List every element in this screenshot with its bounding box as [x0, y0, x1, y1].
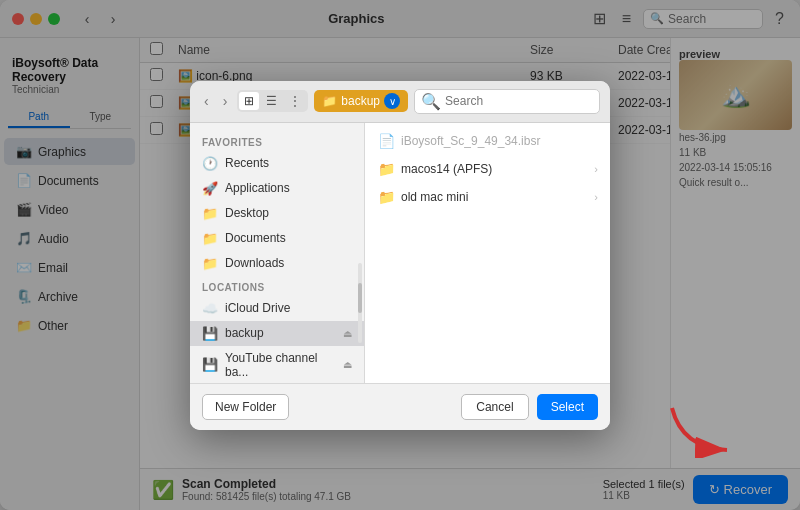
modal-column-view-button[interactable]: ⋮ [284, 92, 306, 110]
ibsr-file-label: iBoysoft_Sc_9_49_34.ibsr [401, 134, 540, 148]
file-picker-modal: ‹ › ⊞ ☰ ⋮ 📁 backup ∨ 🔍 [190, 81, 610, 430]
modal-file-row[interactable]: 📄 iBoysoft_Sc_9_49_34.ibsr [365, 127, 610, 155]
old-mac-label: old mac mini [401, 190, 468, 204]
downloads-icon: 📁 [202, 256, 218, 271]
modal-sidebar-recents[interactable]: 🕐 Recents [190, 151, 364, 176]
ibsr-file-icon: 📄 [377, 133, 395, 149]
modal-sidebar-documents[interactable]: 📁 Documents [190, 226, 364, 251]
modal-location-text: backup [341, 94, 380, 108]
modal-body: Favorites 🕐 Recents 🚀 Applications 📁 Des… [190, 123, 610, 383]
downloads-label: Downloads [225, 256, 284, 270]
new-folder-button[interactable]: New Folder [202, 394, 289, 420]
modal-file-list: 📄 iBoysoft_Sc_9_49_34.ibsr 📁 macos14 (AP… [365, 123, 610, 383]
app-window: ‹ › Graphics ⊞ ≡ 🔍 ? iBoysoft® Data Reco… [0, 0, 800, 510]
modal-forward-button[interactable]: › [219, 91, 232, 111]
modal-sidebar-icloud[interactable]: ☁️ iCloud Drive [190, 296, 364, 321]
modal-location-bar: 📁 backup ∨ [314, 90, 408, 112]
modal-sidebar-backup[interactable]: 💾 backup ⏏ [190, 321, 364, 346]
icloud-label: iCloud Drive [225, 301, 290, 315]
modal-file-row[interactable]: 📁 old mac mini › [365, 183, 610, 211]
youtube-label: YouTube channel ba... [225, 351, 336, 379]
macos14-folder-icon: 📁 [377, 161, 395, 177]
modal-search-input[interactable] [445, 94, 593, 108]
modal-actions: Cancel Select [461, 394, 598, 420]
backup-label: backup [225, 326, 264, 340]
modal-location-chevron[interactable]: ∨ [384, 93, 400, 109]
icloud-icon: ☁️ [202, 301, 218, 316]
modal-list-view-button[interactable]: ☰ [261, 92, 282, 110]
applications-label: Applications [225, 181, 290, 195]
documents-folder-icon: 📁 [202, 231, 218, 246]
youtube-drive-icon: 💾 [202, 357, 218, 372]
sidebar-scrollbar-track [358, 263, 362, 343]
old-mac-folder-icon: 📁 [377, 189, 395, 205]
locations-section-header: Locations [190, 276, 364, 296]
old-mac-chevron-icon: › [594, 191, 598, 203]
recents-label: Recents [225, 156, 269, 170]
macos14-chevron-icon: › [594, 163, 598, 175]
select-button[interactable]: Select [537, 394, 598, 420]
modal-overlay: ‹ › ⊞ ☰ ⋮ 📁 backup ∨ 🔍 [0, 0, 800, 510]
documents-label: Documents [225, 231, 286, 245]
modal-file-row[interactable]: 📁 macos14 (APFS) › [365, 155, 610, 183]
modal-grid-view-button[interactable]: ⊞ [239, 92, 259, 110]
modal-search-icon: 🔍 [421, 92, 441, 111]
modal-bottom: New Folder Cancel Select [190, 383, 610, 430]
macos14-label: macos14 (APFS) [401, 162, 492, 176]
backup-eject-icon[interactable]: ⏏ [343, 328, 352, 339]
modal-view-toggle: ⊞ ☰ ⋮ [237, 90, 308, 112]
modal-sidebar: Favorites 🕐 Recents 🚀 Applications 📁 Des… [190, 123, 365, 383]
modal-search-bar: 🔍 [414, 89, 600, 114]
modal-toolbar: ‹ › ⊞ ☰ ⋮ 📁 backup ∨ 🔍 [190, 81, 610, 123]
recents-icon: 🕐 [202, 156, 218, 171]
applications-icon: 🚀 [202, 181, 218, 196]
desktop-icon: 📁 [202, 206, 218, 221]
desktop-label: Desktop [225, 206, 269, 220]
backup-drive-icon: 💾 [202, 326, 218, 341]
folder-icon: 📁 [322, 94, 337, 108]
youtube-eject-icon[interactable]: ⏏ [343, 359, 352, 370]
modal-back-button[interactable]: ‹ [200, 91, 213, 111]
favorites-section-header: Favorites [190, 131, 364, 151]
modal-sidebar-youtube[interactable]: 💾 YouTube channel ba... ⏏ [190, 346, 364, 383]
modal-sidebar-desktop[interactable]: 📁 Desktop [190, 201, 364, 226]
modal-sidebar-downloads[interactable]: 📁 Downloads [190, 251, 364, 276]
modal-sidebar-applications[interactable]: 🚀 Applications [190, 176, 364, 201]
sidebar-scrollbar-thumb [358, 283, 362, 313]
cancel-button[interactable]: Cancel [461, 394, 528, 420]
